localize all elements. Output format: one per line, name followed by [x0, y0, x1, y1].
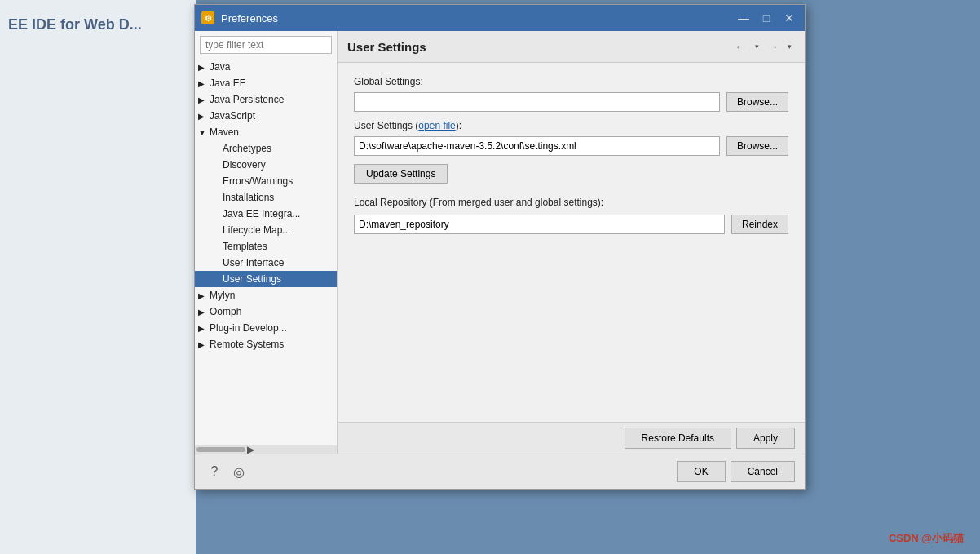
- tree-item-java[interactable]: ▶Java: [195, 59, 337, 75]
- content-title: User Settings: [347, 40, 426, 54]
- tree-scroll-right[interactable]: ▶: [247, 444, 254, 454]
- content-header: User Settings ← ▾ → ▾: [338, 31, 805, 63]
- dialog-title: Preferences: [221, 12, 728, 24]
- user-settings-browse-button[interactable]: Browse...: [726, 136, 788, 156]
- tree-item-errors-warnings[interactable]: Errors/Warnings: [195, 173, 337, 189]
- global-settings-browse-button[interactable]: Browse...: [726, 92, 788, 112]
- nav-back-dropdown[interactable]: ▾: [751, 38, 762, 55]
- tree-item-plug-in-develop[interactable]: ▶Plug-in Develop...: [195, 320, 337, 336]
- chevron-icon: ▶: [198, 340, 208, 349]
- global-settings-input[interactable]: [354, 92, 720, 112]
- minimize-button[interactable]: —: [735, 11, 753, 25]
- chevron-icon: ▶: [198, 79, 208, 88]
- user-settings-label: User Settings (open file):: [354, 120, 788, 131]
- tree-item-templates[interactable]: Templates: [195, 238, 337, 255]
- tree-item-maven[interactable]: ▼Maven: [195, 124, 337, 140]
- tree-item-installations[interactable]: Installations: [195, 189, 337, 206]
- dialog-body: ▶Java▶Java EE▶Java Persistence▶JavaScrip…: [195, 31, 805, 454]
- content-panel: User Settings ← ▾ → ▾: [338, 31, 805, 454]
- user-settings-input[interactable]: [354, 136, 720, 156]
- dialog-footer: ? ◎ OK Cancel: [195, 454, 805, 489]
- maximize-button[interactable]: □: [757, 11, 775, 25]
- local-repo-label: Local Repository (From merged user and g…: [354, 197, 788, 208]
- nav-back-button[interactable]: ←: [731, 38, 749, 55]
- restore-defaults-button[interactable]: Restore Defaults: [625, 428, 731, 449]
- tree-item-user-interface[interactable]: User Interface: [195, 255, 337, 271]
- tree-item-user-settings[interactable]: User Settings: [195, 271, 337, 287]
- close-button[interactable]: ✕: [780, 11, 798, 25]
- tree-item-java-ee[interactable]: ▶Java EE: [195, 75, 337, 91]
- chevron-icon: ▶: [198, 63, 208, 72]
- chevron-icon: ▶: [198, 308, 208, 317]
- help-button[interactable]: ?: [205, 462, 224, 481]
- local-repo-row: Reindex: [354, 215, 788, 234]
- tree-horizontal-scrollbar[interactable]: ▶: [195, 445, 337, 454]
- tree-item-java-persistence[interactable]: ▶Java Persistence: [195, 91, 337, 108]
- tree-item-javascript[interactable]: ▶JavaScript: [195, 108, 337, 124]
- action-bar: Restore Defaults Apply: [338, 422, 805, 454]
- tree-item-discovery[interactable]: Discovery: [195, 157, 337, 173]
- tree-scroll[interactable]: ▶Java▶Java EE▶Java Persistence▶JavaScrip…: [195, 59, 337, 445]
- apply-button[interactable]: Apply: [736, 428, 795, 449]
- chevron-icon: ▶: [198, 291, 208, 300]
- dialog-icon: ⚙: [201, 11, 214, 24]
- window-controls: — □ ✕: [735, 11, 798, 25]
- ide-title: EE IDE for Web D...: [8, 16, 142, 33]
- nav-forward-dropdown[interactable]: ▾: [784, 38, 795, 55]
- tree-panel: ▶Java▶Java EE▶Java Persistence▶JavaScrip…: [195, 31, 338, 454]
- ok-button[interactable]: OK: [677, 461, 725, 482]
- filter-input[interactable]: [200, 36, 332, 54]
- chevron-icon: ▶: [198, 95, 208, 104]
- preferences-dialog: ⚙ Preferences — □ ✕ ▶Java▶Java EE▶Java P…: [194, 4, 806, 490]
- tree-item-oomph[interactable]: ▶Oomph: [195, 304, 337, 320]
- chevron-icon: ▶: [198, 112, 208, 121]
- ide-background: EE IDE for Web D...: [0, 0, 196, 554]
- content-form: Global Settings: Browse... User Settings…: [338, 63, 805, 422]
- reindex-button[interactable]: Reindex: [731, 215, 788, 234]
- open-file-link[interactable]: open file: [418, 120, 455, 131]
- header-nav-icons: ← ▾ → ▾: [731, 38, 795, 55]
- tree-item-remote-systems[interactable]: ▶Remote Systems: [195, 336, 337, 352]
- global-settings-row: Browse...: [354, 92, 788, 112]
- title-bar: ⚙ Preferences — □ ✕: [195, 5, 805, 31]
- tree-item-archetypes[interactable]: Archetypes: [195, 140, 337, 157]
- csdn-watermark: CSDN @小码猫: [889, 531, 964, 546]
- tree-hscroll-thumb[interactable]: [196, 447, 245, 452]
- global-settings-label: Global Settings:: [354, 76, 788, 87]
- nav-forward-button[interactable]: →: [764, 38, 782, 55]
- defaults-icon-button[interactable]: ◎: [229, 462, 249, 481]
- tree-item-java-ee-integration[interactable]: Java EE Integra...: [195, 206, 337, 222]
- chevron-icon: ▼: [198, 128, 208, 137]
- cancel-button[interactable]: Cancel: [731, 461, 795, 482]
- user-settings-row: Browse...: [354, 136, 788, 156]
- tree-item-mylyn[interactable]: ▶Mylyn: [195, 287, 337, 304]
- update-settings-button[interactable]: Update Settings: [354, 164, 448, 184]
- tree-item-lifecycle-mapping[interactable]: Lifecycle Map...: [195, 222, 337, 238]
- local-repo-input[interactable]: [354, 215, 725, 234]
- chevron-icon: ▶: [198, 324, 208, 333]
